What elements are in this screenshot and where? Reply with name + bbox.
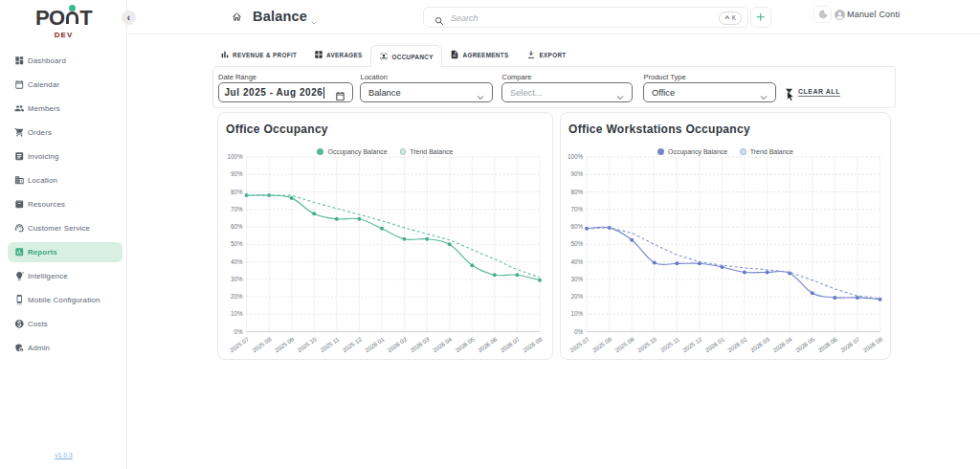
svg-text:2026 06: 2026 06 bbox=[816, 335, 838, 353]
add-button[interactable] bbox=[750, 7, 771, 28]
logo-po: PO bbox=[35, 6, 65, 30]
chart-card-2: Office Workstations OccupancyOccupancy B… bbox=[560, 112, 891, 360]
text-caret bbox=[323, 87, 324, 99]
logo-green-dot bbox=[69, 5, 76, 11]
theme-toggle-button[interactable] bbox=[813, 6, 832, 23]
svg-text:2026 08: 2026 08 bbox=[861, 335, 883, 353]
filter-select[interactable]: Select... bbox=[501, 82, 633, 102]
svg-text:40%: 40% bbox=[231, 258, 243, 265]
search-placeholder: Search bbox=[451, 13, 479, 23]
bar-chart-icon bbox=[220, 50, 230, 59]
filter-value: Balance bbox=[368, 88, 401, 98]
version-link[interactable]: v1.0.3 bbox=[0, 452, 127, 458]
sidebar-item-intelligence[interactable]: Intelligence bbox=[0, 264, 127, 288]
tab-export[interactable]: EXPORT bbox=[526, 43, 567, 66]
sidebar-item-members[interactable]: Members bbox=[0, 97, 127, 121]
svg-text:2026 03: 2026 03 bbox=[409, 335, 431, 353]
calendar-icon bbox=[335, 88, 345, 99]
moon-icon bbox=[817, 9, 829, 20]
chevron-down-icon[interactable] bbox=[310, 13, 318, 21]
sidebar-item-label: Mobile Configuration bbox=[28, 296, 100, 304]
svg-text:2026 08: 2026 08 bbox=[522, 335, 544, 353]
filter-date-range: Date RangeJul 2025 - Aug 2026 bbox=[218, 66, 353, 108]
svg-text:2025 11: 2025 11 bbox=[659, 335, 681, 353]
svg-text:10%: 10% bbox=[570, 310, 583, 317]
dashboard-icon bbox=[14, 56, 25, 66]
svg-text:90%: 90% bbox=[231, 170, 243, 177]
tab-label: OCCUPANCY bbox=[392, 54, 434, 60]
sidebar-item-label: Members bbox=[28, 104, 60, 113]
chart-plot: 2025 072025 082025 092025 102025 112025 … bbox=[561, 151, 892, 357]
sidebar-menu: DashboardCalendarMembersOrdersInvoicingL… bbox=[0, 49, 127, 360]
sidebar-item-admin[interactable]: Admin bbox=[0, 336, 127, 360]
tab-label: AVERAGES bbox=[326, 52, 363, 58]
search-input[interactable]: Search ^ K bbox=[423, 7, 748, 28]
sidebar-item-customer-service[interactable]: Customer Service bbox=[0, 216, 127, 240]
date-range-input[interactable]: Jul 2025 - Aug 2026 bbox=[218, 82, 353, 102]
svg-text:50%: 50% bbox=[231, 240, 243, 247]
home-icon bbox=[232, 11, 242, 22]
customer-service-icon bbox=[14, 223, 25, 234]
shortcut-caret: ^ bbox=[724, 14, 729, 23]
svg-text:20%: 20% bbox=[231, 293, 243, 300]
svg-text:70%: 70% bbox=[231, 206, 243, 212]
svg-text:2025 11: 2025 11 bbox=[319, 335, 341, 353]
avatar[interactable] bbox=[834, 8, 846, 20]
download-icon bbox=[526, 50, 536, 59]
svg-text:0%: 0% bbox=[234, 328, 243, 335]
reports-icon bbox=[14, 247, 25, 257]
sidebar-item-mobile-configuration[interactable]: Mobile Configuration bbox=[0, 288, 127, 312]
tab-revenue-profit[interactable]: REVENUE & PROFIT bbox=[220, 43, 298, 66]
svg-text:2026 07: 2026 07 bbox=[839, 335, 861, 353]
svg-text:80%: 80% bbox=[231, 189, 243, 195]
sidebar-item-reports[interactable]: Reports bbox=[0, 240, 127, 264]
svg-text:2026 05: 2026 05 bbox=[794, 335, 816, 353]
sidebar-item-label: Calendar bbox=[28, 80, 59, 89]
user-name[interactable]: Manuel Conti bbox=[847, 10, 900, 19]
chevron-down-icon bbox=[759, 89, 768, 99]
occupancy-person-icon bbox=[379, 52, 389, 61]
sidebar: POT DEV DashboardCalendarMembersOrdersIn… bbox=[0, 0, 127, 469]
svg-text:30%: 30% bbox=[570, 276, 583, 282]
filter-select[interactable]: Office bbox=[643, 82, 776, 102]
tab-agreements[interactable]: AGREEMENTS bbox=[450, 43, 508, 66]
filter-value: Jul 2025 - Aug 2026 bbox=[225, 87, 323, 98]
chart-title: Office Workstations Occupancy bbox=[568, 123, 750, 136]
logo: POT DEV bbox=[0, 7, 127, 39]
svg-text:2026 07: 2026 07 bbox=[499, 335, 521, 353]
chevron-down-icon bbox=[615, 89, 625, 99]
home-button[interactable] bbox=[226, 6, 247, 27]
sidebar-item-orders[interactable]: Orders bbox=[0, 121, 127, 145]
sidebar-item-costs[interactable]: Costs bbox=[0, 312, 127, 336]
sidebar-item-dashboard[interactable]: Dashboard bbox=[0, 49, 127, 73]
search-icon bbox=[434, 12, 444, 30]
sidebar-item-calendar[interactable]: Calendar bbox=[0, 73, 127, 97]
sidebar-item-label: Intelligence bbox=[28, 272, 68, 280]
sidebar-item-location[interactable]: Location bbox=[0, 168, 127, 192]
svg-text:2026 05: 2026 05 bbox=[454, 335, 476, 353]
sidebar-collapse-button[interactable]: ‹ bbox=[122, 11, 136, 25]
filter-label: Product Type bbox=[644, 73, 686, 81]
admin-icon bbox=[14, 343, 25, 353]
sidebar-item-label: Admin bbox=[28, 344, 50, 352]
tab-occupancy[interactable]: OCCUPANCY bbox=[370, 45, 442, 67]
sidebar-item-label: Customer Service bbox=[28, 224, 90, 233]
page-title[interactable]: Balance bbox=[253, 9, 307, 24]
filter-compare: CompareSelect... bbox=[501, 66, 633, 108]
sidebar-item-resources[interactable]: Resources bbox=[0, 192, 127, 216]
location-icon bbox=[14, 175, 25, 186]
tab-averages[interactable]: AVERAGES bbox=[314, 43, 363, 66]
sidebar-item-invoicing[interactable]: Invoicing bbox=[0, 145, 127, 168]
filter-label: Date Range bbox=[218, 73, 256, 81]
grid-icon bbox=[314, 50, 323, 59]
filter-select[interactable]: Balance bbox=[360, 82, 493, 102]
sidebar-item-label: Costs bbox=[28, 320, 48, 328]
app-root: POT DEV DashboardCalendarMembersOrdersIn… bbox=[0, 0, 980, 469]
svg-text:2025 08: 2025 08 bbox=[251, 335, 273, 353]
svg-text:60%: 60% bbox=[570, 223, 583, 230]
active-item-pill bbox=[8, 242, 122, 262]
svg-text:90%: 90% bbox=[570, 170, 583, 177]
filter-value: Select... bbox=[510, 88, 543, 98]
members-icon bbox=[14, 103, 25, 114]
svg-text:2026 04: 2026 04 bbox=[432, 335, 454, 353]
